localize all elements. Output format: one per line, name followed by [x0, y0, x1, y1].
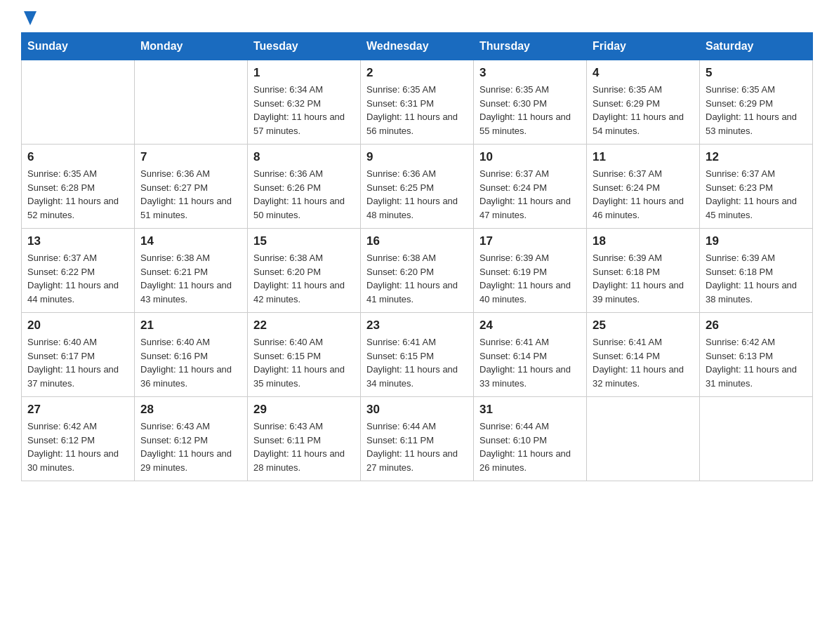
day-info: Sunrise: 6:40 AMSunset: 6:16 PMDaylight:…	[140, 335, 241, 390]
day-info: Sunrise: 6:35 AMSunset: 6:29 PMDaylight:…	[593, 83, 694, 137]
calendar-cell: 27Sunrise: 6:42 AMSunset: 6:12 PMDayligh…	[22, 397, 135, 481]
day-info: Sunrise: 6:37 AMSunset: 6:24 PMDaylight:…	[479, 167, 581, 222]
calendar-cell: 14Sunrise: 6:38 AMSunset: 6:21 PMDayligh…	[135, 229, 248, 313]
day-info: Sunrise: 6:43 AMSunset: 6:12 PMDaylight:…	[140, 420, 241, 474]
calendar-cell: 4Sunrise: 6:35 AMSunset: 6:29 PMDaylight…	[587, 60, 700, 145]
day-number: 16	[366, 234, 468, 248]
calendar-cell: 24Sunrise: 6:41 AMSunset: 6:14 PMDayligh…	[474, 313, 587, 397]
day-info: Sunrise: 6:35 AMSunset: 6:30 PMDaylight:…	[479, 83, 581, 137]
day-number: 2	[366, 66, 468, 80]
calendar-cell	[22, 60, 135, 145]
calendar-cell: 15Sunrise: 6:38 AMSunset: 6:20 PMDayligh…	[248, 229, 361, 313]
day-info: Sunrise: 6:39 AMSunset: 6:18 PMDaylight:…	[706, 251, 807, 306]
day-number: 12	[706, 150, 807, 164]
calendar-cell: 7Sunrise: 6:36 AMSunset: 6:27 PMDaylight…	[135, 145, 248, 229]
day-number: 1	[253, 66, 355, 80]
calendar-week-2: 6Sunrise: 6:35 AMSunset: 6:28 PMDaylight…	[22, 145, 813, 229]
day-header-tuesday: Tuesday	[248, 33, 361, 60]
calendar-week-4: 20Sunrise: 6:40 AMSunset: 6:17 PMDayligh…	[22, 313, 813, 397]
day-info: Sunrise: 6:38 AMSunset: 6:21 PMDaylight:…	[140, 251, 241, 306]
day-number: 22	[253, 318, 355, 333]
calendar-cell: 26Sunrise: 6:42 AMSunset: 6:13 PMDayligh…	[700, 313, 813, 397]
calendar-cell: 8Sunrise: 6:36 AMSunset: 6:26 PMDaylight…	[248, 145, 361, 229]
day-number: 19	[706, 234, 807, 248]
calendar-header: SundayMondayTuesdayWednesdayThursdayFrid…	[22, 33, 813, 60]
day-info: Sunrise: 6:42 AMSunset: 6:13 PMDaylight:…	[706, 335, 807, 390]
day-number: 18	[593, 234, 694, 248]
day-number: 17	[479, 234, 581, 248]
day-info: Sunrise: 6:36 AMSunset: 6:27 PMDaylight:…	[140, 167, 241, 222]
logo	[21, 14, 37, 25]
calendar-cell: 19Sunrise: 6:39 AMSunset: 6:18 PMDayligh…	[700, 229, 813, 313]
day-number: 15	[253, 234, 355, 248]
day-number: 13	[27, 234, 128, 248]
day-number: 4	[593, 66, 694, 80]
calendar-body: 1Sunrise: 6:34 AMSunset: 6:32 PMDaylight…	[22, 60, 813, 481]
day-info: Sunrise: 6:39 AMSunset: 6:18 PMDaylight:…	[593, 251, 694, 306]
day-info: Sunrise: 6:35 AMSunset: 6:29 PMDaylight:…	[706, 83, 807, 137]
day-number: 28	[140, 403, 241, 417]
calendar-cell: 3Sunrise: 6:35 AMSunset: 6:30 PMDaylight…	[474, 60, 587, 145]
calendar-cell: 31Sunrise: 6:44 AMSunset: 6:10 PMDayligh…	[474, 397, 587, 481]
day-info: Sunrise: 6:37 AMSunset: 6:23 PMDaylight:…	[706, 167, 807, 222]
day-info: Sunrise: 6:39 AMSunset: 6:19 PMDaylight:…	[479, 251, 581, 306]
calendar-cell: 5Sunrise: 6:35 AMSunset: 6:29 PMDaylight…	[700, 60, 813, 145]
calendar-cell: 9Sunrise: 6:36 AMSunset: 6:25 PMDaylight…	[361, 145, 474, 229]
day-number: 14	[140, 234, 241, 248]
day-info: Sunrise: 6:40 AMSunset: 6:17 PMDaylight:…	[27, 335, 128, 390]
day-info: Sunrise: 6:35 AMSunset: 6:31 PMDaylight:…	[366, 83, 468, 137]
calendar-cell: 10Sunrise: 6:37 AMSunset: 6:24 PMDayligh…	[474, 145, 587, 229]
day-number: 6	[27, 150, 128, 164]
calendar-cell: 20Sunrise: 6:40 AMSunset: 6:17 PMDayligh…	[22, 313, 135, 397]
day-header-sunday: Sunday	[22, 33, 135, 60]
day-number: 21	[140, 318, 241, 333]
calendar-cell: 22Sunrise: 6:40 AMSunset: 6:15 PMDayligh…	[248, 313, 361, 397]
calendar-cell	[587, 397, 700, 481]
day-info: Sunrise: 6:36 AMSunset: 6:26 PMDaylight:…	[253, 167, 355, 222]
day-info: Sunrise: 6:38 AMSunset: 6:20 PMDaylight:…	[253, 251, 355, 306]
calendar-cell: 28Sunrise: 6:43 AMSunset: 6:12 PMDayligh…	[135, 397, 248, 481]
calendar-cell: 6Sunrise: 6:35 AMSunset: 6:28 PMDaylight…	[22, 145, 135, 229]
day-number: 3	[479, 66, 581, 80]
day-number: 27	[27, 403, 128, 417]
day-info: Sunrise: 6:41 AMSunset: 6:14 PMDaylight:…	[593, 335, 694, 390]
calendar-cell: 21Sunrise: 6:40 AMSunset: 6:16 PMDayligh…	[135, 313, 248, 397]
calendar-cell	[700, 397, 813, 481]
day-header-thursday: Thursday	[474, 33, 587, 60]
day-info: Sunrise: 6:41 AMSunset: 6:15 PMDaylight:…	[366, 335, 468, 390]
logo-triangle-icon	[24, 11, 37, 28]
calendar-cell: 25Sunrise: 6:41 AMSunset: 6:14 PMDayligh…	[587, 313, 700, 397]
day-info: Sunrise: 6:42 AMSunset: 6:12 PMDaylight:…	[27, 420, 128, 474]
calendar-cell: 29Sunrise: 6:43 AMSunset: 6:11 PMDayligh…	[248, 397, 361, 481]
day-number: 7	[140, 150, 241, 164]
day-number: 20	[27, 318, 128, 333]
calendar-cell: 30Sunrise: 6:44 AMSunset: 6:11 PMDayligh…	[361, 397, 474, 481]
day-info: Sunrise: 6:41 AMSunset: 6:14 PMDaylight:…	[479, 335, 581, 390]
calendar-table: SundayMondayTuesdayWednesdayThursdayFrid…	[21, 32, 813, 481]
day-info: Sunrise: 6:36 AMSunset: 6:25 PMDaylight:…	[366, 167, 468, 222]
day-header-friday: Friday	[587, 33, 700, 60]
day-number: 29	[253, 403, 355, 417]
calendar-cell	[135, 60, 248, 145]
day-info: Sunrise: 6:37 AMSunset: 6:22 PMDaylight:…	[27, 251, 128, 306]
svg-marker-0	[24, 11, 37, 25]
calendar-week-5: 27Sunrise: 6:42 AMSunset: 6:12 PMDayligh…	[22, 397, 813, 481]
calendar-cell: 23Sunrise: 6:41 AMSunset: 6:15 PMDayligh…	[361, 313, 474, 397]
calendar-week-3: 13Sunrise: 6:37 AMSunset: 6:22 PMDayligh…	[22, 229, 813, 313]
day-number: 30	[366, 403, 468, 417]
day-info: Sunrise: 6:35 AMSunset: 6:28 PMDaylight:…	[27, 167, 128, 222]
day-number: 31	[479, 403, 581, 417]
calendar-cell: 13Sunrise: 6:37 AMSunset: 6:22 PMDayligh…	[22, 229, 135, 313]
day-number: 8	[253, 150, 355, 164]
day-info: Sunrise: 6:44 AMSunset: 6:11 PMDaylight:…	[366, 420, 468, 474]
day-header-row: SundayMondayTuesdayWednesdayThursdayFrid…	[22, 33, 813, 60]
day-header-wednesday: Wednesday	[361, 33, 474, 60]
day-info: Sunrise: 6:34 AMSunset: 6:32 PMDaylight:…	[253, 83, 355, 137]
day-number: 26	[706, 318, 807, 333]
calendar-cell: 2Sunrise: 6:35 AMSunset: 6:31 PMDaylight…	[361, 60, 474, 145]
day-header-saturday: Saturday	[700, 33, 813, 60]
day-header-monday: Monday	[135, 33, 248, 60]
day-number: 23	[366, 318, 468, 333]
day-info: Sunrise: 6:44 AMSunset: 6:10 PMDaylight:…	[479, 420, 581, 474]
day-info: Sunrise: 6:43 AMSunset: 6:11 PMDaylight:…	[253, 420, 355, 474]
